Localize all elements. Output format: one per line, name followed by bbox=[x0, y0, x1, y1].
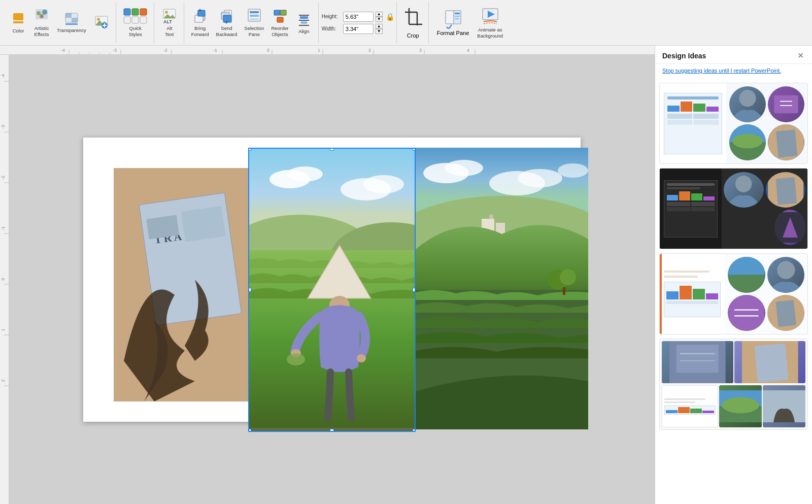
card2-icon1 bbox=[667, 202, 690, 206]
svg-text:0: 0 bbox=[267, 48, 269, 53]
bring-forward-button[interactable]: Bring Forward bbox=[188, 6, 212, 39]
send-backward-button[interactable]: Send Backward bbox=[213, 6, 241, 39]
mockup-icon3 bbox=[667, 120, 692, 125]
handle-top-mid[interactable] bbox=[330, 148, 334, 151]
svg-rect-151 bbox=[676, 345, 719, 373]
transparency-icon bbox=[64, 12, 79, 27]
slide-image-center-selected[interactable]: ↺ bbox=[248, 148, 416, 432]
slide-image-left-content: TRA bbox=[114, 168, 271, 401]
svg-text:1: 1 bbox=[1, 328, 6, 331]
circle1 bbox=[729, 86, 766, 122]
format-pane-button[interactable]: Format Pane bbox=[433, 8, 473, 38]
svg-rect-127 bbox=[563, 287, 565, 295]
height-spinner: ▲ ▼ bbox=[376, 12, 383, 22]
card3-col2 bbox=[680, 286, 692, 299]
svg-text:-2: -2 bbox=[163, 48, 167, 53]
handle-mid-left[interactable] bbox=[248, 288, 251, 292]
card3-bar bbox=[666, 301, 718, 304]
handle-top-left[interactable] bbox=[248, 148, 251, 151]
svg-rect-32 bbox=[223, 15, 231, 22]
c1 bbox=[666, 410, 678, 413]
handle-bot-left[interactable] bbox=[248, 429, 251, 432]
quick-styles-button[interactable]: Quick Styles bbox=[120, 6, 151, 39]
selection-pane-label: Selection Pane bbox=[244, 25, 264, 37]
reorder-objects-button[interactable]: Reorder Objects bbox=[268, 6, 291, 39]
width-input[interactable] bbox=[343, 24, 374, 34]
crop-icon bbox=[404, 7, 422, 32]
svg-rect-9 bbox=[65, 23, 78, 25]
handle-mid-right[interactable] bbox=[413, 288, 416, 292]
artistic-effects-button[interactable]: Artistic Effects bbox=[30, 6, 53, 39]
format-pane-label: Format Pane bbox=[437, 30, 469, 36]
align-button[interactable]: Align bbox=[293, 9, 315, 36]
selection-pane-button[interactable]: Selection Pane bbox=[241, 6, 267, 39]
svg-rect-8 bbox=[72, 18, 78, 22]
circle2 bbox=[768, 86, 804, 122]
width-spinner: ▲ ▼ bbox=[376, 24, 383, 34]
width-down[interactable]: ▼ bbox=[376, 29, 383, 34]
design-idea-card-2[interactable] bbox=[659, 168, 808, 249]
send-backward-icon bbox=[219, 8, 233, 25]
svg-rect-36 bbox=[250, 15, 259, 17]
chart-col2 bbox=[681, 102, 693, 112]
card2-circle3 bbox=[775, 210, 805, 245]
slide-image-left[interactable]: TRA bbox=[114, 168, 271, 401]
format-pane-icon bbox=[445, 10, 462, 30]
card2-icon4 bbox=[691, 207, 715, 211]
card2-col2 bbox=[679, 191, 690, 200]
design-idea-card-3[interactable] bbox=[659, 253, 808, 334]
slide-container: -4 -3 -2 -1 0 1 2 bbox=[0, 55, 655, 504]
svg-point-5 bbox=[40, 14, 44, 18]
height-up[interactable]: ▲ bbox=[376, 12, 383, 17]
svg-rect-98 bbox=[146, 215, 179, 239]
chart-col1 bbox=[667, 106, 680, 112]
color-button[interactable]: Color bbox=[7, 9, 29, 36]
svg-point-3 bbox=[37, 11, 41, 15]
height-input[interactable] bbox=[343, 12, 374, 22]
c4 bbox=[702, 411, 714, 413]
animate-bg-button[interactable]: Animate as Background bbox=[474, 5, 506, 41]
card3-circle3 bbox=[728, 295, 765, 331]
card3-circles bbox=[725, 254, 807, 334]
stop-suggestions-link[interactable]: Stop suggesting ideas until I restart Po… bbox=[655, 64, 812, 80]
crop-button[interactable]: Crop bbox=[401, 5, 425, 41]
alt-text-button[interactable]: ALT Alt Text bbox=[158, 6, 181, 39]
transparency-button[interactable]: Transparency bbox=[54, 10, 89, 35]
handle-bot-right[interactable] bbox=[413, 429, 416, 432]
design-panel-close-button[interactable]: ✕ bbox=[796, 51, 805, 60]
slide-image-right[interactable] bbox=[416, 148, 588, 429]
design-panel-title: Design Ideas bbox=[662, 52, 706, 60]
handle-bot-mid[interactable] bbox=[330, 429, 334, 432]
lock-icon[interactable]: 🔒 bbox=[386, 13, 394, 21]
design-idea-card-4[interactable] bbox=[659, 339, 808, 430]
svg-rect-17 bbox=[132, 9, 139, 15]
card4-top-row bbox=[660, 339, 807, 384]
svg-rect-44 bbox=[301, 21, 307, 24]
change-picture-button[interactable] bbox=[90, 13, 113, 32]
width-up[interactable]: ▲ bbox=[376, 24, 383, 29]
c2 bbox=[678, 407, 690, 413]
toolbar-group-crop: Crop bbox=[398, 2, 429, 43]
mockup-icon2 bbox=[693, 114, 718, 119]
svg-point-118 bbox=[518, 169, 562, 187]
color-icon bbox=[11, 11, 25, 28]
card3-col4 bbox=[706, 293, 718, 299]
bring-forward-label: Bring Forward bbox=[191, 25, 209, 37]
height-row: Height: ▲ ▼ 🔒 bbox=[322, 12, 394, 22]
align-icon bbox=[297, 11, 311, 28]
card1-mockup-area bbox=[660, 83, 726, 163]
height-down[interactable]: ▼ bbox=[376, 17, 383, 22]
c3 bbox=[690, 409, 702, 413]
design-idea-card-1[interactable] bbox=[659, 83, 808, 164]
card3-mockup bbox=[664, 282, 721, 317]
reorder-objects-icon bbox=[273, 8, 287, 25]
slide-canvas[interactable]: TRA bbox=[83, 138, 581, 422]
ruler-horizontal: -4 -3 -2 -1 0 1 2 3 4 bbox=[0, 46, 655, 55]
main-area: -4 -3 -2 -1 0 1 2 3 4 bbox=[0, 46, 812, 504]
svg-rect-145 bbox=[728, 295, 764, 331]
svg-point-144 bbox=[776, 261, 795, 280]
svg-point-112 bbox=[357, 354, 366, 362]
slide-image-center-content bbox=[249, 149, 415, 431]
width-label: Width: bbox=[322, 26, 341, 31]
handle-top-right[interactable] bbox=[413, 148, 416, 151]
